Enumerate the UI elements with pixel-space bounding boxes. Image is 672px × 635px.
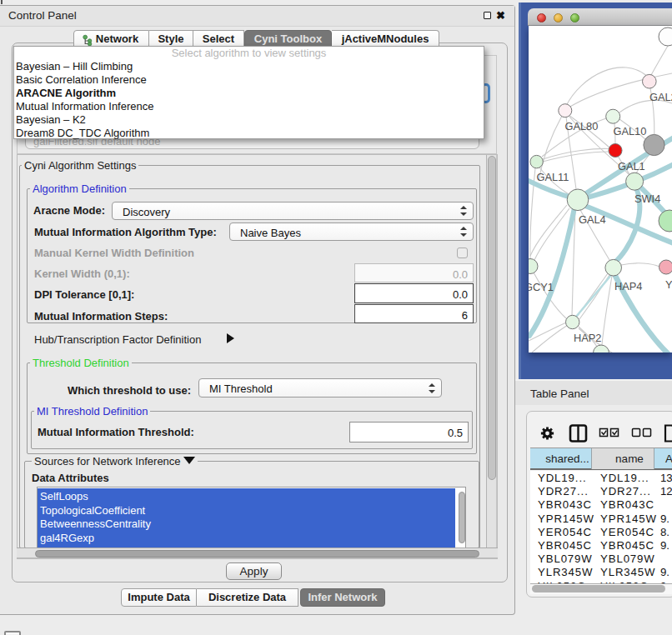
svg-text:HAP2: HAP2	[574, 332, 601, 344]
svg-text:HAP4: HAP4	[614, 280, 642, 292]
svg-text:GCY1: GCY1	[529, 281, 554, 293]
svg-text:GAL10: GAL10	[614, 125, 647, 138]
svg-text:GAL80: GAL80	[565, 120, 599, 132]
svg-text:GAL4: GAL4	[579, 213, 606, 226]
svg-text:YM: YM	[665, 278, 672, 291]
svg-text:GAL11: GAL11	[537, 171, 569, 183]
svg-text:SWI4: SWI4	[634, 192, 660, 205]
svg-text:GAL2: GAL2	[649, 91, 672, 103]
svg-text:GAL1: GAL1	[618, 160, 645, 172]
